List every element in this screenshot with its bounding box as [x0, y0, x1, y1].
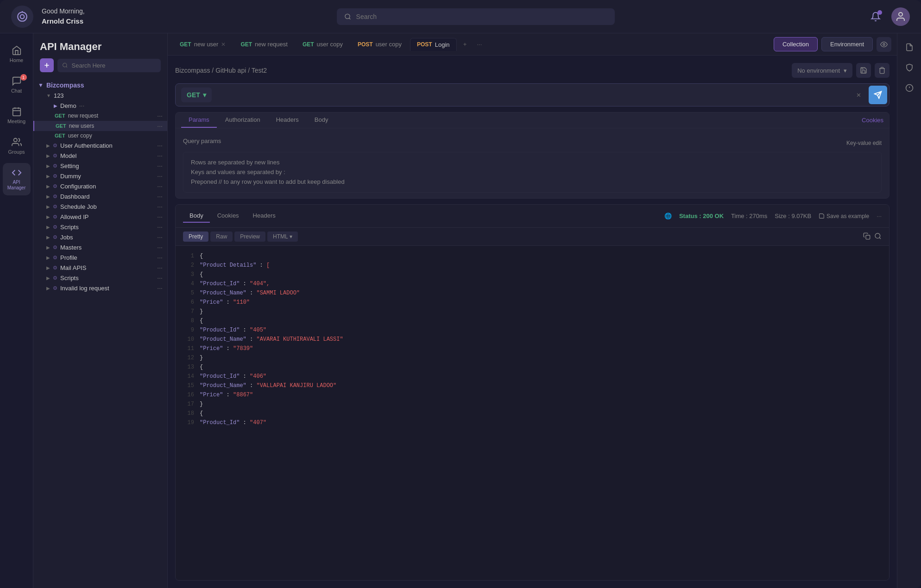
preview-button[interactable] — [877, 37, 891, 52]
sidebar-item-meeting[interactable]: Meeting — [3, 102, 31, 129]
search-input[interactable] — [356, 13, 608, 20]
tree-file-get-user-copy[interactable]: GET user copy — [33, 131, 167, 140]
url-clear-button[interactable]: ✕ — [852, 88, 865, 101]
folder-menu[interactable]: ··· — [157, 162, 163, 169]
folder-menu[interactable]: ··· — [157, 264, 163, 271]
tree-folder-dashboard[interactable]: ▶ ⚙ Dashboard ··· — [33, 191, 167, 201]
file-menu[interactable]: ··· — [157, 112, 163, 119]
folder-label: Mail APIS — [60, 264, 86, 271]
tab-get-new-request[interactable]: GET new request — [234, 38, 294, 50]
folder-menu[interactable]: ··· — [157, 284, 163, 292]
folder-menu[interactable]: ··· — [157, 142, 163, 149]
folder-menu[interactable]: ··· — [157, 172, 163, 180]
sidebar-title: API Manager — [40, 41, 161, 53]
folder-menu[interactable]: ··· — [157, 274, 163, 281]
copy-code-button[interactable] — [863, 232, 871, 241]
tree-folder-profile[interactable]: ▶ ⚙ Profile ··· — [33, 252, 167, 263]
chevron-icon: ▶ — [46, 286, 50, 291]
method-select[interactable]: GET ▾ — [181, 88, 212, 102]
tab-params[interactable]: Params — [181, 113, 217, 128]
tree-folder-schedule-job[interactable]: ▶ ⚙ Schedule Job ··· — [33, 201, 167, 212]
folder-label: Masters — [60, 244, 82, 251]
query-params-editor[interactable]: Rows are separated by new lines Keys and… — [183, 152, 882, 193]
tree-folder-scripts[interactable]: ▶ ⚙ Scripts ··· — [33, 222, 167, 232]
tab-get-new-user[interactable]: GET new user ✕ — [173, 38, 232, 50]
sidebar-item-groups[interactable]: Groups — [3, 132, 31, 159]
notification-bell[interactable] — [867, 8, 884, 25]
api-icon — [12, 168, 22, 178]
folder-menu[interactable]: ··· — [157, 152, 163, 159]
folder-label: Dummy — [60, 173, 81, 180]
tab-headers[interactable]: Headers — [269, 113, 306, 128]
format-tab-pretty[interactable]: Pretty — [183, 231, 208, 242]
tab-body[interactable]: Body — [307, 113, 336, 128]
tree-folder-model[interactable]: ▶ ⚙ Model ··· — [33, 150, 167, 161]
sidebar-search-input[interactable] — [72, 62, 156, 69]
tree-folder-setting[interactable]: ▶ ⚙ Setting ··· — [33, 161, 167, 171]
sidebar-item-chat[interactable]: 1 Chat — [3, 71, 31, 98]
format-tab-html[interactable]: HTML ▾ — [267, 231, 298, 242]
folder-icon: ⚙ — [53, 234, 57, 240]
folder-menu[interactable]: ··· — [157, 203, 163, 210]
tree-folder-user-auth[interactable]: ▶ ⚙ User Authentication ··· — [33, 140, 167, 150]
tree-folder-configuration[interactable]: ▶ ⚙ Configuration ··· — [33, 181, 167, 191]
collection-button[interactable]: Collection — [774, 37, 818, 51]
tab-get-user-copy[interactable]: GET user copy — [296, 38, 349, 50]
resp-tab-headers[interactable]: Headers — [246, 209, 282, 223]
tree-folder-123[interactable]: ▼ 123 — [33, 91, 167, 100]
sidebar-item-api-manager[interactable]: APIManager — [3, 163, 31, 195]
tree-folder-masters[interactable]: ▶ ⚙ Masters ··· — [33, 242, 167, 252]
app-logo[interactable] — [11, 6, 33, 28]
folder-menu[interactable]: ··· — [157, 233, 163, 241]
delete-button[interactable] — [875, 63, 889, 78]
tree-folder-demo[interactable]: ▶ Demo ··· — [33, 100, 167, 111]
tree-root-bizcompass[interactable]: ▼ Bizcompass — [33, 80, 167, 91]
folder-demo-menu[interactable]: ··· — [79, 102, 85, 109]
user-avatar[interactable] — [891, 7, 910, 26]
tab-authorization[interactable]: Authorization — [218, 113, 268, 128]
sidebar-item-home[interactable]: Home — [3, 41, 31, 68]
resp-tab-body[interactable]: Body — [183, 209, 210, 223]
right-panel-info-button[interactable] — [901, 80, 918, 96]
folder-menu[interactable]: ··· — [157, 223, 163, 231]
add-collection-button[interactable] — [40, 58, 54, 72]
save-button[interactable] — [856, 63, 871, 78]
cookies-link[interactable]: Cookies — [862, 117, 883, 124]
folder-icon: ⚙ — [53, 163, 57, 169]
right-panel-shield-button[interactable] — [901, 59, 918, 76]
save-as-example-button[interactable]: Save as example — [819, 213, 869, 219]
more-options-button[interactable]: ··· — [877, 213, 882, 219]
tab-post-user-copy[interactable]: POST user copy — [351, 38, 408, 50]
tree-folder-dummy[interactable]: ▶ ⚙ Dummy ··· — [33, 171, 167, 181]
tree-file-get-new-users[interactable]: GET new users ··· — [33, 121, 167, 131]
code-line: 18 { — [176, 409, 889, 418]
folder-menu[interactable]: ··· — [157, 193, 163, 200]
format-tab-preview[interactable]: Preview — [234, 231, 265, 242]
tab-post-login[interactable]: POST Login — [410, 38, 456, 51]
send-button[interactable] — [869, 86, 887, 104]
tab-more-button[interactable]: ··· — [473, 39, 486, 50]
folder-menu[interactable]: ··· — [157, 254, 163, 261]
search-code-button[interactable] — [874, 232, 882, 241]
key-value-edit-link[interactable]: Key-value edit — [846, 140, 882, 146]
format-tab-raw[interactable]: Raw — [210, 231, 233, 242]
tab-close-button[interactable]: ✕ — [221, 41, 226, 48]
folder-menu[interactable]: ··· — [157, 182, 163, 190]
url-input[interactable] — [215, 88, 848, 102]
resp-tab-cookies[interactable]: Cookies — [211, 209, 246, 223]
folder-menu[interactable]: ··· — [157, 244, 163, 251]
tree-file-get-new-request[interactable]: GET new request ··· — [33, 111, 167, 121]
tab-add-button[interactable]: + — [459, 38, 472, 51]
eye-icon — [880, 41, 888, 48]
folder-menu[interactable]: ··· — [157, 213, 163, 220]
code-line: 17 } — [176, 400, 889, 409]
tree-folder-scripts2[interactable]: ▶ ⚙ Scripts ··· — [33, 273, 167, 283]
tree-folder-jobs[interactable]: ▶ ⚙ Jobs ··· — [33, 232, 167, 242]
environment-button[interactable]: Environment — [821, 37, 873, 51]
right-panel-page-button[interactable] — [901, 39, 918, 56]
file-menu[interactable]: ··· — [157, 122, 163, 130]
tree-folder-invalid-log[interactable]: ▶ ⚙ Invalid log request ··· — [33, 283, 167, 293]
no-environment-dropdown[interactable]: No environment ▾ — [792, 63, 852, 78]
tree-folder-mail-apis[interactable]: ▶ ⚙ Mail APIS ··· — [33, 263, 167, 273]
tree-folder-allowed-ip[interactable]: ▶ ⚙ Allowed IP ··· — [33, 212, 167, 222]
